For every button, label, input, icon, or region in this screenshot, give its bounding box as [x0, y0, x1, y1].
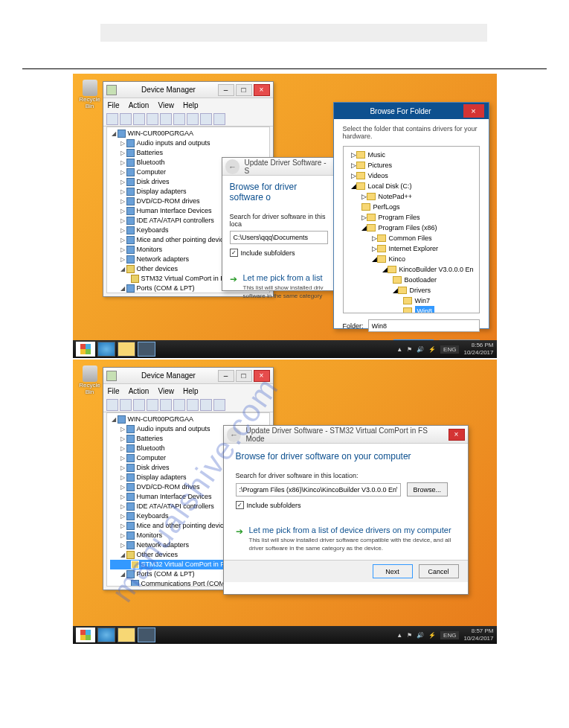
arrow-icon: ➔ — [236, 526, 243, 552]
wizard-heading: Browse for driver software o — [230, 182, 329, 202]
start-button[interactable] — [76, 628, 95, 642]
taskbar: ▲⚑🔊⚡ ENG 8:56 PM10/24/2017 — [73, 340, 497, 358]
browse-folder-dialog: Browse For Folder × Select the folder th… — [333, 102, 489, 329]
folder-tree[interactable]: ▷Music ▷Pictures ▷Videos ◢Local Disk (C:… — [343, 146, 480, 313]
devmgr-window-icon — [106, 85, 117, 95]
dialog-title: Browse For Folder — [338, 107, 463, 115]
taskbar-app-icon[interactable] — [138, 342, 155, 357]
search-label: Search for driver software in this locat… — [236, 472, 456, 479]
back-button[interactable]: ← — [225, 159, 240, 174]
devmgr-window-icon — [106, 371, 117, 381]
taskbar-explorer-icon[interactable] — [118, 628, 135, 642]
wizard-buttonbar: Next Cancel — [224, 560, 468, 582]
close-button[interactable]: × — [463, 104, 484, 118]
toolbar-icon[interactable] — [160, 113, 172, 125]
minimize-button[interactable]: – — [218, 84, 234, 96]
folder-input[interactable] — [368, 319, 480, 332]
option-desc: This list will show installed driver sof… — [249, 536, 456, 552]
menu-file[interactable]: File — [108, 387, 120, 395]
page-banner — [100, 24, 487, 42]
toolbar-icon[interactable] — [120, 113, 132, 125]
folder-selected: Win8 — [347, 306, 476, 313]
menu-view[interactable]: View — [158, 101, 174, 109]
menu-help[interactable]: Help — [183, 101, 199, 109]
cancel-button[interactable]: Cancel — [419, 564, 459, 578]
taskbar-ie-icon[interactable] — [97, 628, 115, 642]
close-button[interactable]: × — [449, 429, 465, 441]
devmgr-titlebar[interactable]: Device Manager – □ × — [103, 368, 273, 384]
update-driver-wizard: ← Update Driver Software - S Browse for … — [222, 157, 337, 291]
menu-action[interactable]: Action — [129, 101, 150, 109]
dialog-hint: Select the folder that contains drivers … — [343, 125, 480, 140]
search-label: Search for driver software in this loca — [230, 213, 329, 228]
include-subfolders-check[interactable]: ✓Include subfolders — [230, 249, 329, 257]
wizard-titlebar[interactable]: ← Update Driver Software - STM32 Virtual… — [224, 426, 468, 444]
taskbar-ie-icon[interactable] — [97, 342, 115, 357]
devmgr-title: Device Manager — [120, 86, 218, 94]
wizard-titlebar[interactable]: ← Update Driver Software - S — [222, 158, 336, 176]
browse-button[interactable]: Browse... — [407, 482, 449, 496]
driver-path-input[interactable] — [230, 231, 328, 244]
wizard-title: Update Driver Software - S — [244, 159, 332, 175]
include-subfolders-check[interactable]: ✓Include subfolders — [236, 501, 456, 509]
devmgr-titlebar[interactable]: Device Manager – □ × — [103, 82, 273, 98]
menu-view[interactable]: View — [158, 387, 174, 395]
close-button[interactable]: × — [254, 370, 270, 382]
menu-action[interactable]: Action — [129, 387, 150, 395]
menu-help[interactable]: Help — [183, 387, 199, 395]
update-driver-wizard: ← Update Driver Software - STM32 Virtual… — [223, 425, 469, 595]
desktop-recyclebin[interactable]: Recycle Bin — [79, 365, 101, 395]
pick-from-list-option[interactable]: Let me pick from a list — [243, 273, 324, 282]
devmgr-menubar: File Action View Help — [103, 98, 273, 112]
back-button[interactable]: ← — [227, 427, 242, 442]
system-tray[interactable]: ▲⚑🔊⚡ ENG 8:56 PM10/24/2017 — [396, 342, 493, 357]
pick-from-list-option[interactable]: Let me pick from a list of device driver… — [249, 526, 456, 534]
folder-label: Folder: — [343, 322, 364, 330]
devmgr-toolbar — [103, 112, 273, 127]
desktop-recyclebin-label: Recycle Bin — [79, 96, 101, 109]
toolbar-icon[interactable] — [106, 113, 118, 125]
maximize-button[interactable]: □ — [236, 84, 252, 96]
page-separator — [22, 68, 547, 69]
toolbar-icon[interactable] — [187, 113, 199, 125]
next-button[interactable]: Next — [373, 564, 413, 578]
wizard-heading: Browse for driver software on your compu… — [236, 451, 456, 462]
devmgr-window-buttons: – □ × — [218, 84, 270, 96]
menu-file[interactable]: File — [108, 101, 120, 109]
start-button[interactable] — [76, 342, 95, 357]
taskbar: ▲⚑🔊⚡ ENG 8:57 PM10/24/2017 — [73, 626, 497, 644]
maximize-button[interactable]: □ — [236, 370, 252, 382]
desktop-recyclebin[interactable]: Recycle Bin — [79, 80, 101, 109]
tray-clock[interactable]: 8:56 PM10/24/2017 — [463, 342, 493, 357]
driver-path-input[interactable] — [236, 483, 401, 496]
screenshot-2: Recycle Bin Device Manager – □ × File Ac… — [73, 360, 497, 644]
toolbar-icon[interactable] — [133, 113, 145, 125]
tray-lang[interactable]: ENG — [440, 345, 459, 354]
toolbar-icon[interactable] — [173, 113, 185, 125]
tree-row: ◢WIN-CUR00PGRGAA — [110, 129, 266, 138]
close-button[interactable]: × — [254, 84, 270, 96]
arrow-icon: ➔ — [230, 274, 237, 300]
option-desc: This list will show installed driv softw… — [243, 284, 324, 300]
toolbar-icon[interactable] — [213, 113, 225, 125]
system-tray[interactable]: ▲⚑🔊⚡ ENG 8:57 PM10/24/2017 — [396, 628, 493, 642]
wizard-title: Update Driver Software - STM32 Virtual C… — [245, 427, 448, 443]
taskbar-app-icon[interactable] — [138, 628, 155, 642]
screenshot-1: Recycle Bin Device Manager – □ × File Ac… — [73, 74, 497, 358]
taskbar-explorer-icon[interactable] — [118, 342, 135, 357]
dialog-titlebar[interactable]: Browse For Folder × — [334, 103, 489, 119]
minimize-button[interactable]: – — [218, 370, 234, 382]
toolbar-icon[interactable] — [147, 113, 158, 125]
toolbar-icon[interactable] — [200, 113, 212, 125]
